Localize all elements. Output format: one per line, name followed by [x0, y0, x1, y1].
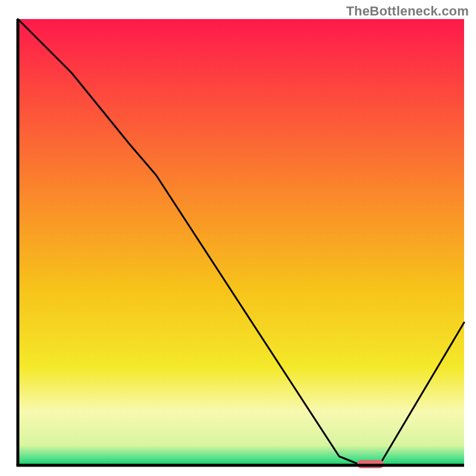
- attribution-label: TheBottleneck.com: [346, 4, 469, 19]
- chart-container: TheBottleneck.com: [0, 0, 476, 476]
- bottleneck-chart: [0, 0, 476, 476]
- plot-background: [18, 19, 464, 465]
